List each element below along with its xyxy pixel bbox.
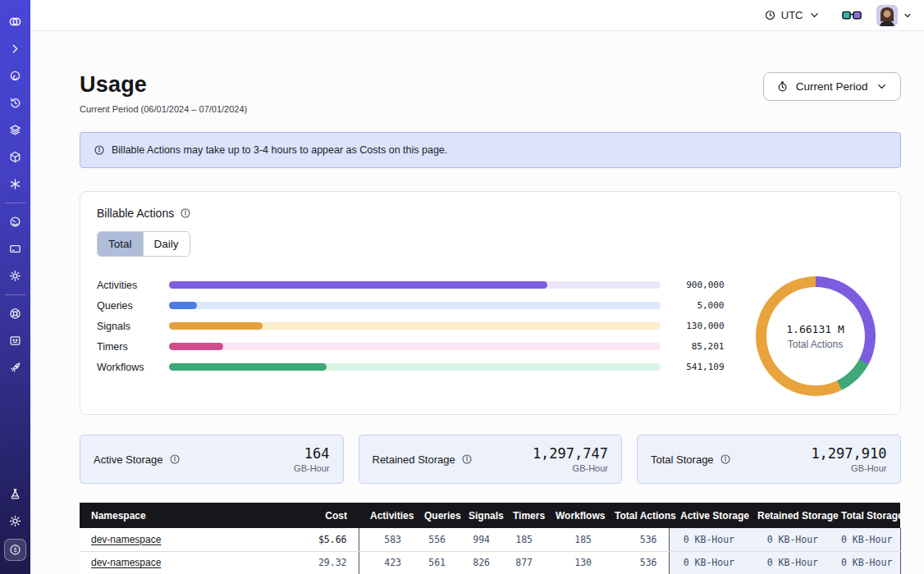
col-queries: Queries xyxy=(413,503,457,528)
chevron-down-icon xyxy=(876,80,888,93)
billable-actions-title-row: Billable Actions xyxy=(97,207,884,220)
tab-daily[interactable]: Daily xyxy=(143,232,190,256)
col-activities: Activities xyxy=(359,503,413,528)
page-title: Usage xyxy=(80,72,247,98)
chevron-down-icon xyxy=(808,9,821,21)
theme-sun-icon[interactable] xyxy=(6,512,25,531)
layers-icon[interactable] xyxy=(6,121,25,140)
sidebar-divider xyxy=(5,294,25,295)
total-actions-label: Total Actions xyxy=(788,339,843,350)
bar-track xyxy=(169,281,661,289)
bar-row-signals: Signals 130,000 xyxy=(97,316,725,336)
period-dropdown-label: Current Period xyxy=(796,80,868,93)
total-actions-value: 1.66131 M xyxy=(786,323,844,335)
col-namespace: Namespace xyxy=(80,503,295,528)
table-row: dev-namespace $5.66 583 556 994 185 185 … xyxy=(80,528,900,551)
timezone-selector[interactable]: UTC xyxy=(764,9,821,21)
storage-summary-row: Active Storage 164 GB-Hour Retained Stor… xyxy=(80,435,901,484)
namespaces-icon[interactable] xyxy=(6,66,25,86)
retained-storage-card: Retained Storage 1,297,747 GB-Hour xyxy=(359,435,623,484)
clock-icon xyxy=(764,9,776,21)
retained-storage-cell: 0 KB-Hour xyxy=(746,551,830,574)
activities-cell: 423 xyxy=(359,551,413,574)
bar-label: Timers xyxy=(97,341,169,353)
bar-row-activities: Activities 900,000 xyxy=(97,275,725,295)
temporal-logo-icon[interactable] xyxy=(6,12,25,32)
sidebar-divider xyxy=(5,203,25,203)
donut-chart: 1.66131 M Total Actions xyxy=(756,276,876,396)
cost-cell: $5.66 xyxy=(295,528,359,551)
timers-cell: 877 xyxy=(501,551,544,574)
bar-fill xyxy=(169,343,223,350)
bar-label: Signals xyxy=(97,321,169,332)
avatar xyxy=(876,5,898,26)
col-timers: Timers xyxy=(501,503,544,528)
total-storage-card: Total Storage 1,297,910 GB-Hour xyxy=(637,435,901,484)
active-storage-card: Active Storage 164 GB-Hour xyxy=(80,435,344,484)
col-total-actions: Total Actions xyxy=(603,503,669,528)
namespace-link[interactable]: dev-namespace xyxy=(91,557,161,568)
period-dropdown-button[interactable]: Current Period xyxy=(763,72,901,101)
active-storage-value: 164 xyxy=(294,445,329,462)
namespace-link[interactable]: dev-namespace xyxy=(91,534,161,545)
bar-value: 5,000 xyxy=(661,300,725,311)
labs-flask-icon[interactable] xyxy=(6,485,25,504)
total-storage-cell: 0 KB-Hour xyxy=(830,551,900,574)
glasses-icon[interactable] xyxy=(842,8,862,23)
active-storage-label: Active Storage xyxy=(94,453,163,466)
signals-cell: 994 xyxy=(457,528,501,551)
pricing-dollar-icon[interactable]: $ xyxy=(4,539,26,561)
total-actions-cell: 536 xyxy=(603,528,669,551)
queries-cell: 561 xyxy=(413,551,457,574)
col-total-storage: Total Storage xyxy=(830,503,900,528)
retained-storage-label: Retained Storage xyxy=(373,453,455,466)
billable-actions-card: Billable Actions Total Daily Activities … xyxy=(80,191,901,415)
sidebar-nav: $ xyxy=(0,0,30,574)
bar-row-timers: Timers 85,201 xyxy=(97,336,725,357)
total-storage-label: Total Storage xyxy=(651,453,714,466)
page-subtitle: Current Period (06/01/2024 – 07/01/2024) xyxy=(80,104,247,114)
bar-fill xyxy=(169,322,263,330)
bar-label: Queries xyxy=(97,300,169,312)
bar-chart: Activities 900,000 Queries 5,000 Signals xyxy=(97,275,752,377)
bar-fill xyxy=(169,363,327,371)
settings-gear-icon[interactable] xyxy=(6,266,25,286)
cube-icon[interactable] xyxy=(6,148,25,167)
tab-total[interactable]: Total xyxy=(98,232,143,256)
usage-gauge-icon[interactable] xyxy=(6,212,25,232)
sidebar-expand-chevron-icon[interactable] xyxy=(6,39,25,59)
workflows-cell: 130 xyxy=(544,551,603,574)
bar-label: Activities xyxy=(97,280,169,291)
info-icon[interactable] xyxy=(169,453,181,465)
bar-label: Workflows xyxy=(97,362,169,373)
total-storage-unit: GB-Hour xyxy=(811,463,886,473)
bar-value: 900,000 xyxy=(661,280,725,290)
retained-storage-unit: GB-Hour xyxy=(533,463,608,473)
col-cost: Cost xyxy=(295,503,359,528)
bar-track xyxy=(169,363,661,371)
getting-started-rocket-icon[interactable] xyxy=(6,358,25,378)
timezone-label: UTC xyxy=(781,9,803,21)
info-icon[interactable] xyxy=(461,453,473,465)
info-icon[interactable] xyxy=(720,453,731,465)
bar-row-queries: Queries 5,000 xyxy=(97,295,725,316)
info-banner-text: Billable Actions may take up to 3-4 hour… xyxy=(112,144,447,156)
info-icon xyxy=(94,144,105,156)
topbar: UTC xyxy=(30,0,924,31)
nexus-asterisk-icon[interactable] xyxy=(6,175,25,194)
namespace-usage-table: Namespace Cost Activities Queries Signal… xyxy=(80,503,901,574)
signals-cell: 826 xyxy=(457,551,501,574)
col-workflows: Workflows xyxy=(544,503,603,528)
col-signals: Signals xyxy=(457,503,501,528)
user-menu[interactable] xyxy=(876,5,913,26)
billing-card-icon[interactable] xyxy=(6,239,25,259)
bar-row-workflows: Workflows 541,109 xyxy=(97,357,725,377)
retained-storage-cell: 0 KB-Hour xyxy=(746,528,830,551)
billable-chart: Activities 900,000 Queries 5,000 Signals xyxy=(97,275,884,396)
main-area: UTC xyxy=(30,0,924,574)
feedback-terminal-icon[interactable] xyxy=(6,331,25,351)
info-icon[interactable] xyxy=(180,207,191,219)
total-storage-cell: 0 KB-Hour xyxy=(830,528,900,551)
history-icon[interactable] xyxy=(6,93,25,113)
support-lifebuoy-icon[interactable] xyxy=(6,304,25,324)
